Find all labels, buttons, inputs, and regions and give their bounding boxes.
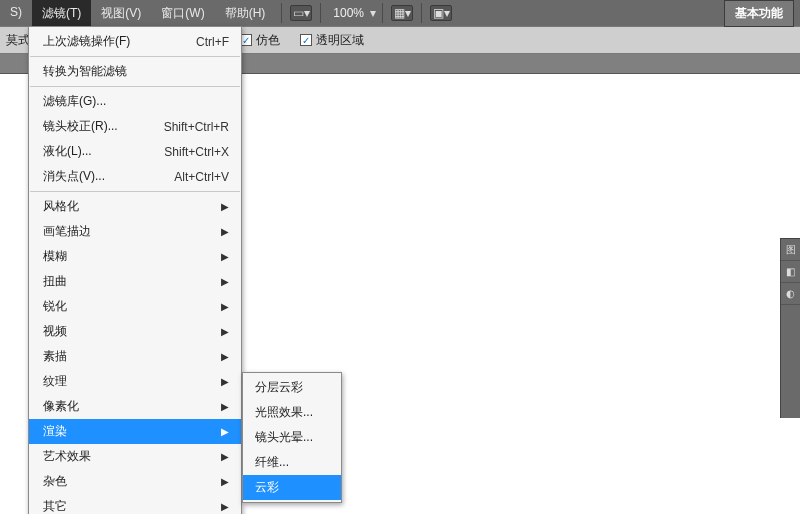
workspace-button[interactable]: 基本功能	[724, 0, 794, 27]
menu-label: 消失点(V)...	[43, 168, 105, 185]
submenu-arrow-icon: ▶	[221, 351, 229, 362]
zoom-level[interactable]: 100%	[333, 6, 364, 20]
menu-label: 纹理	[43, 373, 67, 390]
menu-label: 转换为智能滤镜	[43, 63, 127, 80]
menu-item-window[interactable]: 窗口(W)	[151, 0, 214, 27]
menu-item-view[interactable]: 视图(V)	[91, 0, 151, 27]
menu-last-filter[interactable]: 上次滤镜操作(F) Ctrl+F	[29, 29, 241, 54]
menu-shortcut: Alt+Ctrl+V	[174, 170, 229, 184]
submenu-arrow-icon: ▶	[221, 201, 229, 212]
separator	[421, 3, 422, 23]
menu-pixelate[interactable]: 像素化▶	[29, 394, 241, 419]
submenu-difference-clouds[interactable]: 分层云彩	[243, 375, 341, 400]
menu-separator	[30, 191, 240, 192]
menu-label: 风格化	[43, 198, 79, 215]
menu-convert-smart[interactable]: 转换为智能滤镜	[29, 59, 241, 84]
submenu-arrow-icon: ▶	[221, 476, 229, 487]
menu-label: 素描	[43, 348, 67, 365]
submenu-arrow-icon: ▶	[221, 376, 229, 387]
top-right: 基本功能	[724, 0, 794, 27]
submenu-arrow-icon: ▶	[221, 501, 229, 512]
menubar: S) 滤镜(T) 视图(V) 窗口(W) 帮助(H)	[0, 0, 275, 27]
menu-item-help[interactable]: 帮助(H)	[215, 0, 276, 27]
menu-lens-correction[interactable]: 镜头校正(R)... Shift+Ctrl+R	[29, 114, 241, 139]
right-panel-icon[interactable]: ◐	[781, 283, 800, 305]
menu-separator	[30, 86, 240, 87]
separator	[281, 3, 282, 23]
menu-texture[interactable]: 纹理▶	[29, 369, 241, 394]
menu-distort[interactable]: 扭曲▶	[29, 269, 241, 294]
right-panel-tab[interactable]: 图	[781, 239, 800, 261]
menu-artistic[interactable]: 艺术效果▶	[29, 444, 241, 469]
menu-label: 上次滤镜操作(F)	[43, 33, 130, 50]
right-panel-icon[interactable]: ◧	[781, 261, 800, 283]
menu-label: 渲染	[43, 423, 67, 440]
menu-liquify[interactable]: 液化(L)... Shift+Ctrl+X	[29, 139, 241, 164]
menu-sharpen[interactable]: 锐化▶	[29, 294, 241, 319]
checkbox-dither-label: 仿色	[256, 32, 280, 49]
menu-render[interactable]: 渲染▶	[29, 419, 241, 444]
menu-shortcut: Shift+Ctrl+X	[164, 145, 229, 159]
menu-blur[interactable]: 模糊▶	[29, 244, 241, 269]
submenu-arrow-icon: ▶	[221, 426, 229, 437]
menu-label: 镜头校正(R)...	[43, 118, 118, 135]
submenu-arrow-icon: ▶	[221, 451, 229, 462]
menu-sketch[interactable]: 素描▶	[29, 344, 241, 369]
menu-filter-gallery[interactable]: 滤镜库(G)...	[29, 89, 241, 114]
menu-noise[interactable]: 杂色▶	[29, 469, 241, 494]
menubar-left: S) 滤镜(T) 视图(V) 窗口(W) 帮助(H) ▭▾ 100% ▾ ▦▾ …	[0, 0, 454, 27]
menu-item-filter[interactable]: 滤镜(T)	[32, 0, 91, 27]
arrange-docs-icon[interactable]: ▦▾	[391, 5, 413, 21]
submenu-arrow-icon: ▶	[221, 326, 229, 337]
submenu-arrow-icon: ▶	[221, 276, 229, 287]
submenu-arrow-icon: ▶	[221, 301, 229, 312]
submenu-arrow-icon: ▶	[221, 251, 229, 262]
separator	[382, 3, 383, 23]
checkbox-transparent-label: 透明区域	[316, 32, 364, 49]
screen-mode-icon[interactable]: ▣▾	[430, 5, 452, 21]
menu-item-prev[interactable]: S)	[0, 0, 32, 27]
menu-shortcut: Shift+Ctrl+R	[164, 120, 229, 134]
submenu-clouds[interactable]: 云彩	[243, 475, 341, 500]
menu-label: 滤镜库(G)...	[43, 93, 106, 110]
top-menubar: S) 滤镜(T) 视图(V) 窗口(W) 帮助(H) ▭▾ 100% ▾ ▦▾ …	[0, 0, 800, 26]
menu-label: 锐化	[43, 298, 67, 315]
menu-brush-strokes[interactable]: 画笔描边▶	[29, 219, 241, 244]
view-mode-dropdown[interactable]: ▭▾	[290, 5, 312, 21]
menu-shortcut: Ctrl+F	[196, 35, 229, 49]
menu-label: 其它	[43, 498, 67, 514]
right-panel-collapsed[interactable]: 图 ◧ ◐	[780, 238, 800, 418]
menu-label: 像素化	[43, 398, 79, 415]
submenu-arrow-icon: ▶	[221, 401, 229, 412]
menu-separator	[30, 56, 240, 57]
filter-menu-dropdown: 上次滤镜操作(F) Ctrl+F 转换为智能滤镜 滤镜库(G)... 镜头校正(…	[28, 26, 242, 514]
menu-label: 杂色	[43, 473, 67, 490]
menu-label: 扭曲	[43, 273, 67, 290]
menu-label: 艺术效果	[43, 448, 91, 465]
submenu-lens-flare[interactable]: 镜头光晕...	[243, 425, 341, 450]
menu-stylize[interactable]: 风格化▶	[29, 194, 241, 219]
menu-other[interactable]: 其它▶	[29, 494, 241, 514]
menu-label: 液化(L)...	[43, 143, 92, 160]
checkbox-dither[interactable]: 仿色	[240, 32, 280, 49]
menu-label: 视频	[43, 323, 67, 340]
separator	[320, 3, 321, 23]
checkbox-transparent[interactable]: 透明区域	[300, 32, 364, 49]
menu-vanishing-point[interactable]: 消失点(V)... Alt+Ctrl+V	[29, 164, 241, 189]
menu-label: 模糊	[43, 248, 67, 265]
submenu-arrow-icon: ▶	[221, 226, 229, 237]
submenu-fibers[interactable]: 纤维...	[243, 450, 341, 475]
menu-label: 画笔描边	[43, 223, 91, 240]
submenu-lighting-effects[interactable]: 光照效果...	[243, 400, 341, 425]
chevron-down-icon[interactable]: ▾	[370, 6, 376, 20]
mode-label: 莫式	[6, 32, 30, 49]
render-submenu: 分层云彩 光照效果... 镜头光晕... 纤维... 云彩	[242, 372, 342, 503]
menu-video[interactable]: 视频▶	[29, 319, 241, 344]
